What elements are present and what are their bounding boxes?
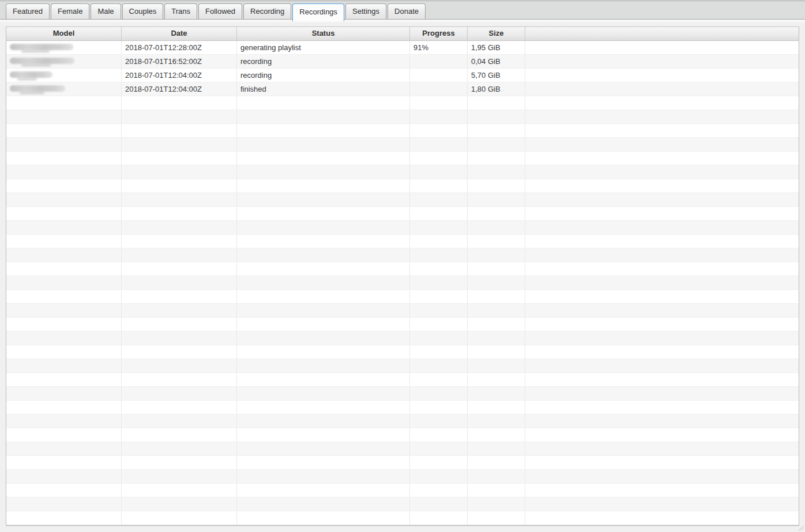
cell-progress xyxy=(410,262,468,276)
empty-row[interactable] xyxy=(6,442,799,456)
cell-model xyxy=(6,96,122,110)
cell-filler xyxy=(525,304,799,317)
cell-size xyxy=(468,262,525,276)
empty-row[interactable] xyxy=(6,359,799,373)
cell-date xyxy=(122,401,237,414)
empty-row[interactable] xyxy=(6,276,799,290)
cell-progress xyxy=(410,318,468,331)
empty-row[interactable] xyxy=(6,110,799,124)
cell-model xyxy=(6,124,122,137)
tab-bar: FeaturedFemaleMaleCouplesTransFollowedRe… xyxy=(0,0,805,20)
tab-recordings[interactable]: Recordings xyxy=(292,3,344,21)
empty-row[interactable] xyxy=(6,318,799,331)
empty-row[interactable] xyxy=(6,414,799,428)
cell-progress xyxy=(410,69,468,82)
cell-date xyxy=(122,428,237,442)
empty-row[interactable] xyxy=(6,262,799,276)
cell-filler xyxy=(525,41,799,54)
empty-row[interactable] xyxy=(6,165,799,179)
cell-size xyxy=(468,276,525,289)
cell-filler xyxy=(525,248,799,262)
tab-trans[interactable]: Trans xyxy=(164,3,197,19)
empty-row[interactable] xyxy=(6,511,799,525)
cell-filler xyxy=(525,221,799,234)
cell-progress xyxy=(410,207,468,220)
tab-settings[interactable]: Settings xyxy=(345,3,386,19)
cell-model xyxy=(6,511,122,525)
cell-progress: 91% xyxy=(410,41,468,54)
empty-row[interactable] xyxy=(6,96,799,110)
recordings-table: ModelDateStatusProgressSize 2018-07-01T1… xyxy=(6,27,799,526)
tab-featured[interactable]: Featured xyxy=(6,3,50,19)
tab-donate[interactable]: Donate xyxy=(388,3,426,19)
empty-row[interactable] xyxy=(6,331,799,345)
cell-status xyxy=(237,470,410,483)
empty-row[interactable] xyxy=(6,207,799,221)
empty-row[interactable] xyxy=(6,456,799,470)
cell-model xyxy=(6,207,122,220)
cell-filler xyxy=(525,124,799,137)
tab-female[interactable]: Female xyxy=(51,3,89,19)
empty-row[interactable] xyxy=(6,304,799,318)
empty-row[interactable] xyxy=(6,387,799,401)
cell-size xyxy=(468,428,525,442)
empty-row[interactable] xyxy=(6,193,799,207)
empty-row[interactable] xyxy=(6,248,799,262)
cell-filler xyxy=(525,401,799,414)
cell-progress xyxy=(410,470,468,483)
empty-row[interactable] xyxy=(6,290,799,304)
empty-row[interactable] xyxy=(6,152,799,165)
cell-status xyxy=(237,414,410,428)
cell-size xyxy=(468,193,525,206)
cell-model xyxy=(6,221,122,234)
cell-size xyxy=(468,387,525,400)
cell-model xyxy=(6,304,122,317)
resize-grip[interactable] xyxy=(797,524,804,531)
recording-row[interactable]: 2018-07-01T12:04:00Zfinished1,80 GiB xyxy=(6,82,799,96)
empty-row[interactable] xyxy=(6,138,799,152)
empty-row[interactable] xyxy=(6,484,799,497)
tab-followed[interactable]: Followed xyxy=(198,3,242,19)
empty-row[interactable] xyxy=(6,470,799,484)
cell-status xyxy=(237,193,410,206)
cell-status xyxy=(237,373,410,386)
cell-date xyxy=(122,276,237,289)
cell-date xyxy=(122,96,237,110)
cell-progress xyxy=(410,484,468,497)
cell-size: 1,80 GiB xyxy=(468,82,525,96)
column-header-size[interactable]: Size xyxy=(468,27,525,40)
cell-size: 0,04 GiB xyxy=(468,55,525,68)
cell-filler xyxy=(525,470,799,483)
cell-date xyxy=(122,497,237,511)
empty-row[interactable] xyxy=(6,221,799,235)
empty-row[interactable] xyxy=(6,428,799,442)
cell-status xyxy=(237,304,410,317)
cell-filler xyxy=(525,387,799,400)
cell-filler xyxy=(525,165,799,179)
cell-filler xyxy=(525,262,799,276)
recording-row[interactable]: 2018-07-01T16:52:00Zrecording0,04 GiB xyxy=(6,55,799,69)
column-header-progress[interactable]: Progress xyxy=(410,27,468,40)
empty-row[interactable] xyxy=(6,179,799,193)
tab-recording[interactable]: Recording xyxy=(243,3,291,19)
recording-row[interactable]: 2018-07-01T12:04:00Zrecording5,70 GiB xyxy=(6,69,799,82)
cell-status xyxy=(237,484,410,497)
tab-male[interactable]: Male xyxy=(91,3,121,19)
empty-row[interactable] xyxy=(6,124,799,138)
cell-size xyxy=(468,110,525,123)
empty-row[interactable] xyxy=(6,401,799,414)
empty-row[interactable] xyxy=(6,373,799,387)
cell-status xyxy=(237,207,410,220)
empty-row[interactable] xyxy=(6,345,799,359)
cell-status xyxy=(237,331,410,345)
tab-couples[interactable]: Couples xyxy=(122,3,164,19)
column-header-date[interactable]: Date xyxy=(122,27,237,40)
empty-row[interactable] xyxy=(6,497,799,511)
cell-filler xyxy=(525,345,799,359)
cell-progress xyxy=(410,55,468,68)
empty-row[interactable] xyxy=(6,235,799,248)
column-header-model[interactable]: Model xyxy=(6,27,122,40)
cell-size xyxy=(468,511,525,525)
recording-row[interactable]: 2018-07-01T12:28:00Zgenerating playlist9… xyxy=(6,41,799,55)
column-header-status[interactable]: Status xyxy=(237,27,410,40)
